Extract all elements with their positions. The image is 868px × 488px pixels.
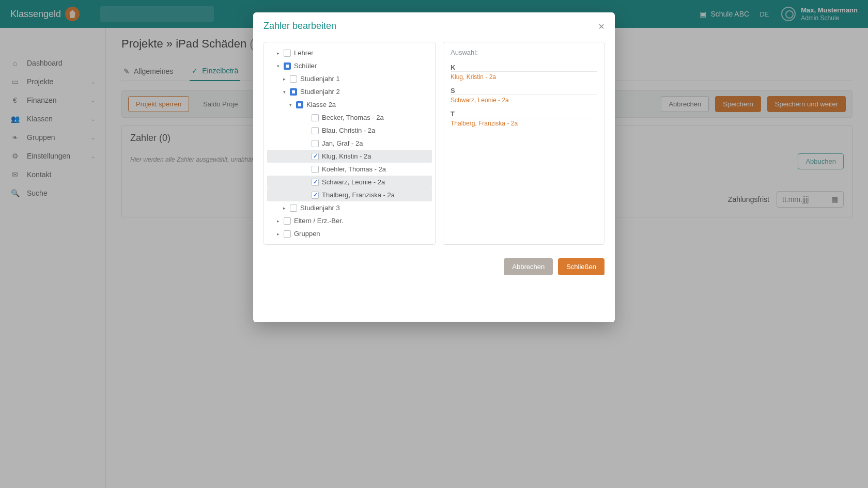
selection-title: Auswahl:	[451, 49, 597, 56]
tree-row[interactable]: Jan, Graf - 2a	[267, 137, 432, 150]
tree-toggle-icon[interactable]: ▾	[282, 89, 287, 95]
tree-row[interactable]: ▾Klasse 2a	[267, 98, 432, 111]
tree-row[interactable]: ▸Lehrer	[267, 46, 432, 59]
tree-label: Klug, Kristin - 2a	[322, 152, 371, 160]
tree-toggle-icon[interactable]: ▸	[275, 218, 281, 224]
tree-checkbox[interactable]	[290, 75, 297, 83]
tree-label: Thalberg, Franziska - 2a	[322, 191, 395, 199]
tree-checkbox[interactable]	[312, 114, 319, 121]
tree-checkbox[interactable]	[296, 101, 303, 108]
tree-row[interactable]: ▸Studienjahr 1	[267, 72, 432, 85]
tree-row[interactable]: ▾Studienjahr 2	[267, 85, 432, 98]
tree-checkbox[interactable]	[290, 88, 297, 96]
tree-label: Becker, Thomas - 2a	[322, 114, 384, 121]
tree-label: Studienjahr 1	[300, 75, 340, 83]
tree-label: Lehrer	[294, 49, 314, 57]
tree-label: Koehler, Thomas - 2a	[322, 165, 386, 173]
tree-row[interactable]: ▸Eltern / Erz.-Ber.	[267, 214, 432, 227]
tree-row[interactable]: Blau, Christin - 2a	[267, 124, 432, 137]
tree-row[interactable]: Becker, Thomas - 2a	[267, 111, 432, 124]
selection-letter: T	[451, 110, 597, 118]
tree-checkbox[interactable]	[284, 217, 291, 225]
tree-label: Jan, Graf - 2a	[322, 139, 363, 147]
selection-letter: S	[451, 87, 597, 95]
tree-row[interactable]: Klug, Kristin - 2a	[267, 150, 432, 163]
modal-cancel-button[interactable]: Abbrechen	[504, 258, 553, 275]
close-icon[interactable]: ×	[598, 21, 605, 32]
selection-panel: Auswahl: KKlug, Kristin - 2aSSchwarz, Le…	[443, 42, 605, 245]
tree-label: Blau, Christin - 2a	[322, 127, 375, 134]
edit-zahler-modal: Zahler bearbeiten × ▸Lehrer▾Schüler▸Stud…	[253, 12, 615, 322]
selection-letter: K	[451, 64, 597, 72]
tree-label: Studienjahr 3	[300, 204, 340, 212]
tree-checkbox[interactable]	[284, 62, 291, 70]
tree-row[interactable]: Schwarz, Leonie - 2a	[267, 176, 432, 188]
tree-toggle-icon[interactable]: ▸	[275, 231, 281, 237]
tree-row[interactable]: ▸Studienjahr 3	[267, 201, 432, 214]
tree-row[interactable]: ▸Gruppen	[267, 227, 432, 240]
tree-checkbox[interactable]	[284, 50, 291, 57]
tree-toggle-icon[interactable]: ▾	[275, 64, 281, 69]
tree-checkbox[interactable]	[312, 140, 319, 147]
tree-label: Studienjahr 2	[300, 88, 340, 96]
tree-checkbox[interactable]	[312, 127, 319, 134]
tree-checkbox[interactable]	[312, 192, 319, 199]
tree-label: Schwarz, Leonie - 2a	[322, 178, 385, 186]
tree-row[interactable]: ▾Schüler	[267, 59, 432, 72]
modal-overlay: Zahler bearbeiten × ▸Lehrer▾Schüler▸Stud…	[0, 0, 868, 488]
tree-toggle-icon[interactable]: ▸	[282, 76, 287, 82]
selection-item[interactable]: Thalberg, Franziska - 2a	[451, 118, 597, 130]
tree-label: Klasse 2a	[306, 101, 336, 108]
tree-checkbox[interactable]	[312, 179, 319, 186]
modal-confirm-button[interactable]: Schließen	[558, 258, 605, 275]
tree-checkbox[interactable]	[312, 166, 319, 173]
tree-toggle-icon[interactable]: ▾	[288, 102, 293, 107]
tree-label: Schüler	[294, 62, 317, 70]
tree-label: Gruppen	[294, 230, 320, 238]
tree-row[interactable]: Koehler, Thomas - 2a	[267, 163, 432, 176]
tree-checkbox[interactable]	[312, 153, 319, 160]
tree-toggle-icon[interactable]: ▸	[275, 51, 281, 56]
payer-tree-panel: ▸Lehrer▾Schüler▸Studienjahr 1▾Studienjah…	[264, 42, 436, 245]
selection-item[interactable]: Schwarz, Leonie - 2a	[451, 95, 597, 107]
tree-checkbox[interactable]	[284, 230, 291, 238]
tree-row[interactable]: Thalberg, Franziska - 2a	[267, 188, 432, 201]
tree-label: Eltern / Erz.-Ber.	[294, 217, 343, 225]
tree-toggle-icon[interactable]: ▸	[282, 206, 287, 211]
tree-checkbox[interactable]	[290, 204, 297, 212]
modal-title: Zahler bearbeiten	[264, 21, 336, 32]
selection-item[interactable]: Klug, Kristin - 2a	[451, 72, 597, 84]
